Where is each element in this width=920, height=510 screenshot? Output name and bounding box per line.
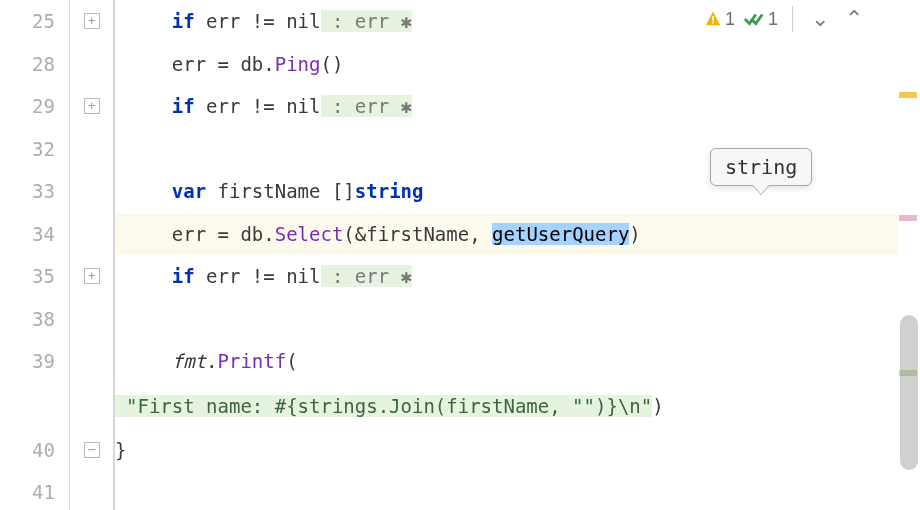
type-tooltip: string xyxy=(710,148,812,186)
fold-expand-icon[interactable]: + xyxy=(84,98,100,114)
vertical-scrollbar[interactable] xyxy=(900,315,918,470)
current-line: err = db.Select(&firstName, getUserQuery… xyxy=(115,213,897,256)
divider xyxy=(792,6,793,32)
folded-hint[interactable]: : err ✱ xyxy=(321,95,413,117)
keyword-var: var xyxy=(172,180,206,202)
code-text: err = db. xyxy=(172,223,275,245)
keyword-if: if xyxy=(172,10,195,32)
code-text: err != nil xyxy=(206,95,320,117)
line-number[interactable]: 29 xyxy=(0,85,69,128)
line-number[interactable]: 35 xyxy=(0,255,69,298)
warning-counter[interactable]: 1 xyxy=(704,9,735,30)
code-text: firstName [] xyxy=(206,180,355,202)
package-ident: fmt xyxy=(172,350,206,372)
weak-warning-counter[interactable]: 1 xyxy=(743,9,778,30)
line-number[interactable]: 39 xyxy=(0,340,69,383)
line-number[interactable] xyxy=(0,383,69,429)
line-number[interactable]: 41 xyxy=(0,471,69,510)
keyword-if: if xyxy=(172,95,195,117)
chevron-down-icon[interactable]: ⌄ xyxy=(807,6,833,32)
code-area[interactable]: if err != nil : err ✱ err = db.Ping() if… xyxy=(115,0,897,510)
fold-expand-icon[interactable]: + xyxy=(84,268,100,284)
code-text: err != nil xyxy=(206,265,320,287)
fold-strip: + + + ─ xyxy=(70,0,115,510)
code-text: err != nil xyxy=(206,10,320,32)
svg-rect-1 xyxy=(712,22,714,24)
error-stripe[interactable] xyxy=(897,0,920,510)
usage-marker[interactable] xyxy=(899,215,917,221)
inspections-widget[interactable]: 1 1 ⌄ ⌃ xyxy=(704,6,867,32)
warning-marker[interactable] xyxy=(899,92,917,98)
chevron-up-icon[interactable]: ⌃ xyxy=(841,6,867,32)
selected-identifier[interactable]: getUserQuery xyxy=(492,223,629,245)
line-number[interactable]: 28 xyxy=(0,43,69,86)
string-literal: "First name: #{strings.Join(firstName, "… xyxy=(115,395,652,417)
line-number[interactable]: 32 xyxy=(0,128,69,171)
warning-count: 1 xyxy=(725,9,735,30)
double-check-icon xyxy=(743,10,765,28)
weak-warning-count: 1 xyxy=(768,9,778,30)
folded-hint[interactable]: : err ✱ xyxy=(321,265,413,287)
line-number-gutter: 25 28 29 32 33 34 35 38 39 40 41 xyxy=(0,0,70,510)
code-text: () xyxy=(320,53,343,75)
svg-rect-0 xyxy=(712,16,714,21)
code-text: err = db. xyxy=(172,53,275,75)
fold-collapse-end-icon[interactable]: ─ xyxy=(84,442,100,458)
line-number[interactable]: 33 xyxy=(0,170,69,213)
code-text: ) xyxy=(629,223,640,245)
line-number[interactable]: 38 xyxy=(0,298,69,341)
warning-icon xyxy=(704,10,722,28)
line-number[interactable]: 34 xyxy=(0,213,69,256)
fold-expand-icon[interactable]: + xyxy=(84,13,100,29)
close-brace: } xyxy=(115,439,126,461)
tooltip-text: string xyxy=(725,155,797,179)
line-number[interactable]: 40 xyxy=(0,429,69,472)
code-text: (&firstName, xyxy=(343,223,492,245)
function-call: Ping xyxy=(275,53,321,75)
code-editor: 25 28 29 32 33 34 35 38 39 40 41 + + + ─… xyxy=(0,0,920,510)
folded-hint[interactable]: : err ✱ xyxy=(321,10,413,32)
type-ident: string xyxy=(355,180,424,202)
line-number[interactable]: 25 xyxy=(0,0,69,43)
function-call: Select xyxy=(275,223,344,245)
keyword-if: if xyxy=(172,265,195,287)
function-call: Printf xyxy=(218,350,287,372)
